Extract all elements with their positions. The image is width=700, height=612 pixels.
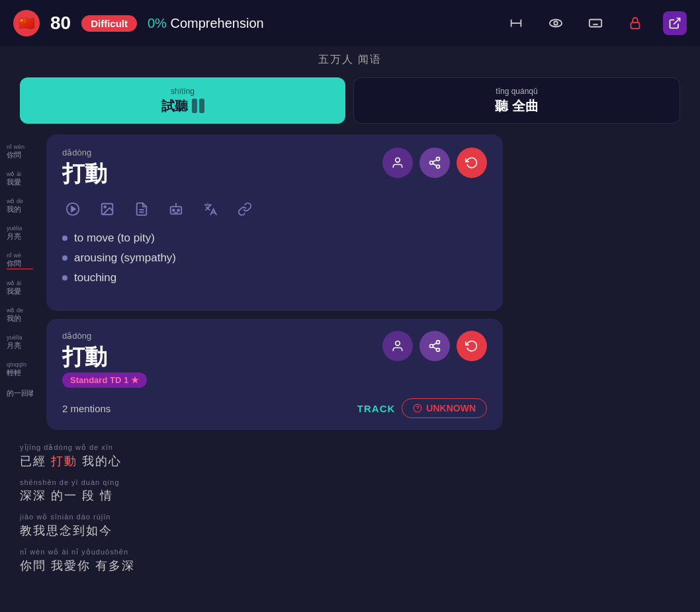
sidebar-pinyin: yuèlia: [7, 334, 33, 341]
robot-icon[interactable]: [165, 198, 187, 220]
text-cursor-icon[interactable]: [504, 11, 528, 35]
popup-actions: [382, 148, 487, 178]
svg-point-26: [173, 209, 175, 211]
sidebar-chinese: 月亮: [7, 232, 33, 241]
play-icon[interactable]: [62, 198, 83, 220]
person-action-button-2[interactable]: [382, 331, 413, 361]
lyric-line[interactable]: jiào wǒ sīniàn dào rújīn 教我思念到如今: [20, 513, 680, 539]
list-item[interactable]: wǒ āi 我愛: [3, 277, 37, 299]
document-icon[interactable]: [131, 198, 152, 220]
lyric-line[interactable]: nǐ wèn wǒ ài nǐ yǒuduōshēn 你問 我愛你 有多深: [20, 548, 680, 574]
translate-icon[interactable]: [200, 198, 221, 220]
lyric-line[interactable]: shēnshēn de yī duàn qíng 深深 的一 段 情: [20, 478, 680, 503]
popup-icon-row: [62, 198, 487, 220]
share-action-button[interactable]: [419, 148, 450, 178]
second-card-pinyin: dǎdòng: [62, 331, 382, 341]
svg-point-32: [437, 348, 440, 351]
list-item[interactable]: wǒ de 我的: [3, 304, 37, 326]
export-icon[interactable]: [663, 11, 687, 35]
score-display: 80: [50, 13, 71, 34]
mentions-row: 2 mentions TRACK UNKNOWN: [62, 398, 487, 418]
topbar-icons: [504, 11, 687, 35]
svg-rect-11: [631, 22, 640, 28]
listen-buttons-container: shìtīng 試聽 tīng quánqū 聽 全曲: [0, 71, 700, 130]
svg-point-15: [430, 161, 433, 165]
lyric-line[interactable]: yǐjīng dǎdòng wǒ de xīn 已經 打動 我的心: [20, 443, 680, 469]
lyric-chinese: 深深 的一 段 情: [20, 488, 680, 503]
svg-line-34: [433, 343, 437, 345]
song-title: 五万人 闻语: [0, 46, 700, 71]
list-item[interactable]: 的一回吻: [3, 386, 37, 401]
svg-point-22: [104, 206, 106, 208]
list-item[interactable]: nǐ wè 你問: [3, 249, 37, 272]
definition-item: to move (to pity): [62, 232, 487, 245]
trial-pinyin: shìtīng: [171, 87, 195, 96]
second-card-word: dǎdòng 打動 Standard TD 1 ★: [62, 331, 382, 388]
full-pinyin: tīng quánqū: [496, 87, 537, 96]
trial-chinese: 試聽: [161, 97, 204, 115]
sidebar-pinyin: nǐ wè: [7, 252, 33, 259]
sidebar-pinyin: wǒ ài: [7, 171, 33, 177]
svg-line-17: [433, 163, 437, 165]
eye-icon[interactable]: [544, 11, 568, 35]
sidebar-pinyin: yuèlia: [7, 225, 33, 232]
unknown-button[interactable]: UNKNOWN: [402, 398, 487, 418]
sidebar-pinyin: qīnqqīn: [7, 361, 33, 368]
popup-word: dǎdòng 打動: [62, 148, 382, 189]
recycle-action-button-2[interactable]: [457, 331, 487, 361]
link-icon[interactable]: [234, 198, 255, 220]
svg-line-12: [674, 19, 679, 24]
svg-marker-20: [71, 206, 75, 211]
track-button[interactable]: TRACK: [357, 398, 396, 418]
lock-icon[interactable]: [623, 11, 647, 35]
svg-point-13: [396, 158, 400, 163]
difficulty-badge: Difficult: [81, 15, 137, 32]
second-card-header: dǎdòng 打動 Standard TD 1 ★: [62, 331, 487, 388]
comprehension-display: 0% Comprehension: [148, 16, 264, 31]
share-action-button-2[interactable]: [419, 331, 450, 361]
bullet: [62, 275, 67, 281]
recycle-action-button[interactable]: [457, 148, 487, 178]
popup-chinese-char: 打動: [62, 159, 382, 189]
definition-popup-card: dǎdòng 打動: [46, 134, 503, 311]
list-item[interactable]: yuèlia 月亮: [3, 331, 37, 353]
svg-point-31: [430, 345, 433, 348]
sidebar-pinyin: wǒ āi: [7, 280, 33, 286]
mentions-buttons: TRACK UNKNOWN: [357, 398, 487, 418]
sidebar-chinese: 我的: [7, 204, 33, 214]
list-item[interactable]: wǒ ài 我愛: [3, 168, 37, 190]
sidebar-chinese: 我愛: [7, 286, 33, 296]
svg-point-16: [437, 165, 440, 168]
list-item[interactable]: qīnqqīn 輕輕: [3, 359, 37, 380]
standard-badge: Standard TD 1 ★: [62, 372, 147, 388]
definition-text: to move (to pity): [74, 232, 155, 245]
sidebar-lyrics: nǐ wèn 你問 wǒ ài 我愛 wǒ de 我的 yuèlia 月亮 nǐ…: [0, 134, 40, 430]
popup-pinyin: dǎdòng: [62, 148, 382, 157]
bullet: [62, 236, 67, 241]
definition-text: touching: [74, 271, 116, 284]
trial-listen-button[interactable]: shìtīng 試聽: [20, 77, 345, 124]
sidebar-pinyin: wǒ de: [7, 198, 33, 204]
list-item[interactable]: yuèlia 月亮: [3, 222, 37, 244]
second-card-actions: [382, 331, 487, 361]
svg-line-33: [433, 347, 437, 349]
full-listen-button[interactable]: tīng quánqū 聽 全曲: [353, 77, 680, 124]
definition-text: arousing (sympathy): [74, 251, 176, 265]
full-chinese: 聽 全曲: [495, 97, 539, 115]
keyboard-icon[interactable]: [584, 11, 607, 35]
lyric-pinyin: yǐjīng dǎdòng wǒ de xīn: [20, 443, 680, 452]
svg-point-14: [437, 157, 440, 161]
sidebar-chinese: 你問: [7, 150, 33, 160]
list-item[interactable]: wǒ de 我的: [3, 195, 37, 217]
mentions-count: 2 mentions: [62, 403, 110, 414]
svg-rect-5: [590, 20, 601, 27]
list-item[interactable]: nǐ wèn 你問: [3, 141, 37, 163]
svg-point-29: [396, 341, 400, 346]
lyric-chinese: 你問 我愛你 有多深: [20, 558, 680, 574]
person-action-button[interactable]: [382, 148, 413, 178]
svg-line-18: [433, 159, 437, 161]
image-icon[interactable]: [97, 198, 118, 220]
sidebar-pinyin: nǐ wèn: [7, 144, 33, 150]
highlight-word: 打動: [51, 455, 77, 468]
sidebar-chinese: 我愛: [7, 177, 33, 187]
